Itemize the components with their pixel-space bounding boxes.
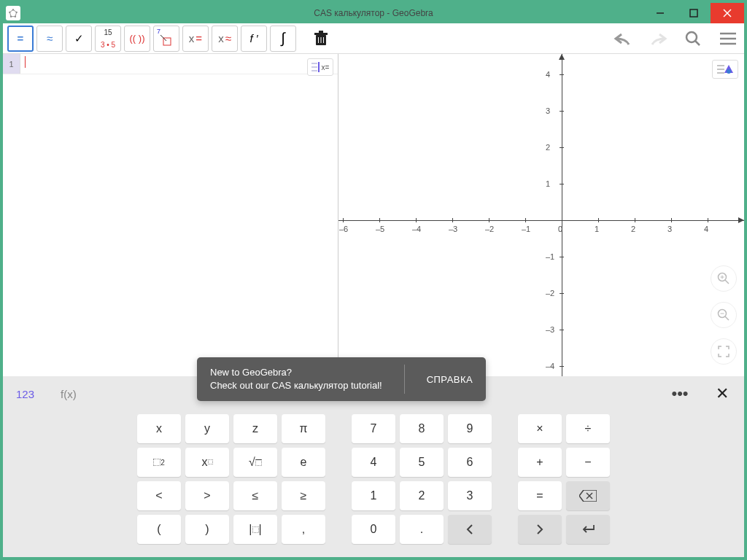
x-tick-label: –5: [376, 225, 384, 233]
key-›[interactable]: [518, 515, 562, 544]
kbd-tab-fx[interactable]: f(x): [47, 388, 90, 400]
undo-button[interactable]: [611, 27, 635, 50]
svg-rect-25: [318, 62, 320, 72]
key-x[interactable]: x: [137, 414, 181, 443]
x-tick-label: –6: [339, 225, 348, 233]
kbd-more-button[interactable]: •••: [662, 376, 697, 411]
key-+[interactable]: +: [518, 448, 562, 477]
key-7[interactable]: 7: [352, 414, 395, 443]
tutorial-popup: New to GeoGebra? Check out our CAS кальк…: [197, 357, 486, 401]
y-tick-label: –1: [546, 252, 554, 261]
x-tick-label: 3: [667, 225, 672, 233]
cas-style-toggle[interactable]: x=: [307, 58, 333, 76]
key-6[interactable]: 6: [448, 448, 492, 477]
key-√▫[interactable]: √: [233, 448, 277, 477]
tool-exact-eval[interactable]: =: [7, 26, 34, 52]
minimize-button[interactable]: [643, 3, 677, 23]
tool-numeric-eval[interactable]: ≈: [36, 26, 63, 52]
key-|▫|[interactable]: ||: [233, 515, 277, 544]
redo-button[interactable]: [646, 27, 670, 50]
key-≥[interactable]: ≥: [282, 481, 325, 510]
tool-derivative[interactable]: f ′: [241, 26, 267, 52]
kbd-close-button[interactable]: ✕: [708, 376, 737, 411]
x-tick-label: –4: [412, 225, 421, 233]
key-y[interactable]: y: [185, 414, 229, 443]
y-tick-label: –4: [546, 362, 554, 370]
x-tick-label: 2: [631, 225, 635, 233]
key-×[interactable]: ×: [518, 414, 562, 443]
graphics-style-button[interactable]: [712, 60, 738, 79]
cas-row[interactable]: 1: [3, 54, 338, 74]
x-tick-label: 1: [595, 225, 599, 233]
fullscreen-button[interactable]: [711, 338, 737, 365]
cas-row-number: 1: [3, 54, 20, 74]
key-4[interactable]: 4: [352, 448, 395, 477]
tool-delete[interactable]: [308, 26, 334, 52]
key-e[interactable]: e: [282, 448, 325, 477]
key-)[interactable]: ): [185, 515, 229, 544]
y-tick-label: 4: [546, 70, 550, 79]
kbd-tab-123[interactable]: 123: [3, 388, 47, 400]
close-button[interactable]: [711, 3, 744, 23]
key-=[interactable]: =: [518, 481, 562, 510]
popup-line1: New to GeoGebra?: [210, 366, 382, 379]
y-tick-label: –3: [546, 325, 554, 334]
y-tick-label: –2: [546, 289, 554, 298]
popup-help-button[interactable]: СПРАВКА: [427, 374, 473, 385]
y-tick-label: 2: [546, 143, 550, 152]
svg-rect-13: [319, 31, 323, 33]
tool-integral[interactable]: ∫: [270, 26, 296, 52]
svg-point-30: [727, 69, 731, 74]
tool-keep-input[interactable]: ✓: [66, 26, 92, 52]
menu-button[interactable]: [716, 27, 740, 50]
key-8[interactable]: 8: [400, 414, 444, 443]
key-2[interactable]: 2: [400, 481, 444, 510]
key-x▫[interactable]: x: [185, 448, 229, 477]
tool-solve[interactable]: x=: [182, 26, 209, 52]
key-π[interactable]: π: [282, 414, 325, 443]
key-‹[interactable]: [448, 515, 492, 544]
key-<[interactable]: <: [137, 481, 181, 510]
key-▫²[interactable]: 2: [137, 448, 181, 477]
key-0[interactable]: 0: [352, 515, 395, 544]
key-z[interactable]: z: [233, 414, 277, 443]
key-,[interactable]: ,: [282, 515, 325, 544]
tool-nsolve[interactable]: x≈: [212, 26, 238, 52]
key-3[interactable]: 3: [448, 481, 492, 510]
popup-line2: Check out our CAS калькулятор tutorial!: [210, 379, 382, 392]
tool-expand[interactable]: (( )): [124, 26, 150, 52]
key-⌫[interactable]: [566, 481, 610, 510]
y-tick-label: 3: [546, 106, 550, 115]
key-([interactable]: (: [137, 515, 181, 544]
key-−[interactable]: −: [566, 448, 610, 477]
zoom-out-button[interactable]: [711, 302, 737, 328]
y-axis: [562, 54, 562, 376]
y-tick-label: 1: [546, 179, 550, 188]
virtual-keyboard: 123 f(x) ABC αβγ ••• ✕ xyzπ789×÷2x√e456+…: [3, 376, 744, 557]
key-9[interactable]: 9: [448, 414, 492, 443]
svg-line-18: [695, 41, 700, 45]
list-icon: [311, 62, 320, 72]
key-1[interactable]: 1: [352, 481, 395, 510]
maximize-button[interactable]: [677, 3, 711, 23]
key-÷[interactable]: ÷: [566, 414, 610, 443]
cas-input[interactable]: [20, 54, 338, 74]
zoom-in-button[interactable]: [711, 265, 737, 292]
key->[interactable]: >: [185, 481, 229, 510]
titlebar: CAS калькулятор - GeoGebra: [3, 3, 744, 23]
graphics-view[interactable]: –6–5–4–3–2–1012344321–1–2–3–4: [338, 54, 744, 376]
key-≤[interactable]: ≤: [233, 481, 277, 510]
key-5[interactable]: 5: [400, 448, 444, 477]
window-title: CAS калькулятор - GeoGebra: [3, 8, 744, 18]
svg-line-32: [725, 280, 729, 284]
tool-substitute[interactable]: 7: [153, 26, 179, 52]
x-tick-label: –1: [522, 225, 530, 233]
x-tick-label: –2: [485, 225, 494, 233]
svg-point-17: [686, 32, 697, 42]
x-tick-label: –3: [449, 225, 457, 233]
key-.[interactable]: .: [400, 515, 444, 544]
search-button[interactable]: [681, 27, 705, 50]
tool-factor[interactable]: 153 • 5: [95, 26, 121, 52]
x-tick-label: 0: [558, 225, 562, 233]
key-↵[interactable]: [566, 515, 610, 544]
